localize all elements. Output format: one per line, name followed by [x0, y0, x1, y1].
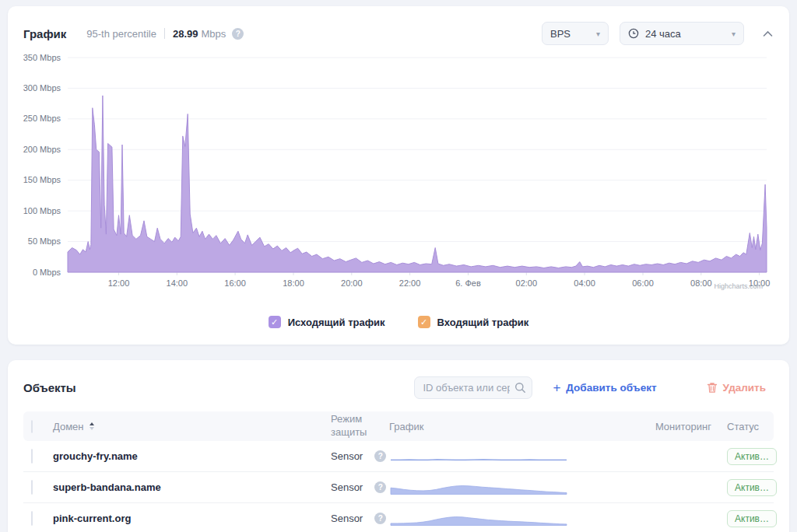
units-select-value: BPS	[550, 28, 571, 40]
protection-mode: Sensor	[331, 513, 363, 524]
svg-text:200 Mbps: 200 Mbps	[23, 145, 61, 154]
svg-text:14:00: 14:00	[167, 278, 188, 288]
svg-text:22:00: 22:00	[399, 278, 421, 288]
caret-down-icon: ▾	[596, 30, 600, 38]
chart-legend: Исходящий трафик Входящий трафик	[23, 316, 774, 328]
traffic-chart: 0 Mbps50 Mbps100 Mbps150 Mbps200 Mbps250…	[23, 50, 774, 299]
select-all-checkbox[interactable]	[31, 420, 33, 433]
add-object-label: Добавить объект	[566, 382, 656, 394]
svg-text:6. Фев: 6. Фев	[455, 278, 481, 288]
help-icon[interactable]	[374, 450, 386, 462]
objects-table: Домен Режим защиты График Мониторинг Ста…	[23, 411, 774, 532]
row-checkbox[interactable]	[31, 449, 33, 464]
help-icon[interactable]	[374, 513, 386, 524]
table-row: grouchy-fry.name Sensor Актив…	[23, 441, 774, 472]
traffic-area-chart: 0 Mbps50 Mbps100 Mbps150 Mbps200 Mbps250…	[23, 50, 774, 296]
delete-button[interactable]: Удалить	[707, 382, 766, 394]
column-header-chart: График	[389, 421, 654, 432]
chart-card: График 95-th percentile 28.99 Mbps BPS ▾…	[8, 6, 789, 345]
delete-label: Удалить	[723, 382, 766, 394]
domain-link[interactable]: superb-bandana.name	[53, 481, 331, 493]
row-checkbox[interactable]	[31, 511, 33, 526]
svg-text:12:00: 12:00	[108, 278, 130, 288]
svg-text:300 Mbps: 300 Mbps	[23, 83, 61, 93]
chart-title: График	[23, 27, 66, 40]
protection-mode: Sensor	[331, 481, 363, 493]
checked-checkbox-icon	[269, 316, 281, 328]
search-icon	[514, 382, 526, 394]
plus-icon: +	[553, 381, 560, 394]
legend-outgoing-traffic[interactable]: Исходящий трафик	[269, 316, 385, 328]
divider	[164, 28, 165, 39]
column-header-monitoring: Мониторинг	[654, 421, 716, 432]
collapse-chevron-up-icon[interactable]	[761, 27, 774, 40]
svg-text:06:00: 06:00	[632, 278, 654, 288]
svg-text:150 Mbps: 150 Mbps	[23, 175, 61, 184]
percentile-unit: Mbps	[201, 28, 226, 40]
caret-down-icon: ▾	[732, 30, 736, 38]
domain-link[interactable]: pink-current.org	[53, 513, 331, 524]
protection-mode: Sensor	[331, 450, 363, 462]
units-select[interactable]: BPS ▾	[542, 22, 609, 45]
legend-label: Исходящий трафик	[288, 317, 385, 328]
svg-text:20:00: 20:00	[341, 278, 363, 288]
sort-icon[interactable]	[90, 422, 94, 430]
traffic-sparkline	[389, 450, 568, 464]
table-row: pink-current.org Sensor Актив…	[23, 503, 774, 532]
legend-label: Входящий трафик	[437, 317, 529, 328]
percentile-label: 95-th percentile	[86, 28, 156, 40]
time-range-value: 24 часа	[645, 28, 681, 40]
svg-text:08:00: 08:00	[690, 278, 712, 288]
svg-text:16:00: 16:00	[224, 278, 246, 288]
table-header-row: Домен Режим защиты График Мониторинг Ста…	[23, 411, 774, 441]
svg-text:0 Mbps: 0 Mbps	[33, 268, 61, 277]
svg-text:250 Mbps: 250 Mbps	[23, 114, 61, 123]
add-object-button[interactable]: + Добавить объект	[553, 381, 656, 394]
svg-text:02:00: 02:00	[516, 278, 538, 288]
status-badge: Актив…	[727, 448, 777, 465]
traffic-sparkline	[389, 481, 568, 495]
time-range-select[interactable]: 24 часа ▾	[620, 22, 744, 45]
svg-text:18:00: 18:00	[283, 278, 304, 288]
column-header-status: Статус	[716, 421, 774, 432]
domain-link[interactable]: grouchy-fry.name	[53, 450, 331, 462]
object-search	[414, 376, 532, 399]
status-badge: Актив…	[727, 510, 777, 527]
svg-text:350 Mbps: 350 Mbps	[23, 53, 61, 62]
svg-text:100 Mbps: 100 Mbps	[23, 206, 61, 215]
chart-card-header: График 95-th percentile 28.99 Mbps BPS ▾…	[23, 22, 774, 45]
help-icon[interactable]	[232, 28, 244, 40]
highcharts-credit[interactable]: Highcharts.com	[714, 282, 763, 290]
row-checkbox[interactable]	[31, 480, 33, 495]
svg-text:50 Mbps: 50 Mbps	[28, 236, 61, 246]
table-row: superb-bandana.name Sensor Актив…	[23, 472, 774, 503]
clock-icon	[628, 28, 639, 39]
traffic-sparkline	[389, 512, 568, 526]
percentile-value: 28.99	[173, 28, 198, 40]
column-header-domain: Домен	[53, 421, 84, 432]
objects-card: Объекты + Добавить объект Удалить Домен	[8, 360, 789, 532]
objects-title: Объекты	[23, 381, 76, 394]
legend-incoming-traffic[interactable]: Входящий трафик	[418, 316, 529, 328]
checked-checkbox-icon	[418, 316, 430, 328]
column-header-protection-mode: Режим защиты	[331, 413, 389, 439]
svg-text:04:00: 04:00	[574, 278, 595, 288]
objects-card-header: Объекты + Добавить объект Удалить	[23, 376, 774, 399]
status-badge: Актив…	[727, 479, 777, 496]
help-icon[interactable]	[374, 481, 386, 493]
trash-icon	[707, 382, 718, 394]
